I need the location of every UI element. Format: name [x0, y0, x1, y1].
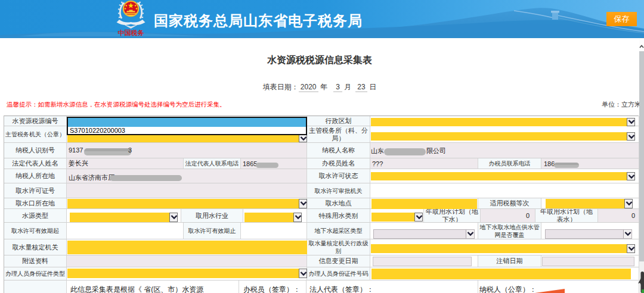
svg-text:中国税务: 中国税务: [118, 29, 144, 36]
